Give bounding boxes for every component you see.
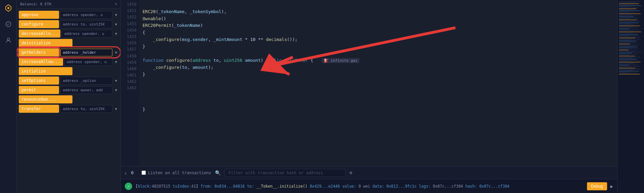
code-editor[interactable]: ERC20(_tokenName, _tokenSymbol), Ownable… — [139, 0, 617, 166]
function-row-getholders: getHolders address _holder ▼ — [19, 48, 118, 56]
settings-icon[interactable]: ⚙ — [350, 170, 352, 175]
function-row-approve: approve address spender, u ▼ — [19, 11, 118, 19]
dropdown-arrow-approve[interactable]: ▼ — [114, 12, 118, 18]
dropdown-arrow-permit[interactable]: ▼ — [114, 87, 118, 93]
code-container[interactable]: 1450 1451 1452 1453 1454 1455 1456 1457 … — [121, 0, 617, 166]
function-btn-setoptions[interactable]: setOptions — [19, 77, 59, 85]
function-btn-getholders[interactable]: getHolders — [19, 48, 59, 56]
function-param-configure: address to, uint25€ — [60, 20, 112, 28]
logo-icon[interactable] — [3, 3, 14, 13]
function-row-renounce: renounceOwn... — [19, 95, 118, 103]
function-btn-configure[interactable]: configure — [19, 20, 59, 28]
dropdown-arrow-increase[interactable]: ▼ — [114, 59, 118, 65]
function-row-increase: increaseAllow... address spender, u ▼ — [19, 58, 118, 66]
minimap — [617, 0, 644, 193]
tx-to: __Token__.initialize() — [256, 184, 307, 189]
tx-wei: 0 — [359, 184, 361, 189]
function-param-decrease: address spender, u — [62, 30, 112, 38]
editor-area: 1450 1451 1452 1453 1454 1455 1456 1457 … — [121, 0, 617, 193]
function-row-deinitialize: deinitialize — [19, 39, 118, 47]
function-btn-initialize[interactable]: initialize — [19, 67, 72, 75]
tx-index: 41 — [191, 184, 196, 189]
dropdown-arrow-transfer[interactable]: ▼ — [114, 106, 118, 112]
function-row-permit: permit address owner, add ▼ — [19, 86, 118, 94]
transaction-count: 0 — [131, 170, 138, 175]
tx-success-icon: ✓ — [125, 183, 132, 190]
bottom-toolbar: ⇓ 0 Listen on all transactions 🔍 ⚙ — [121, 166, 617, 179]
interact-icon[interactable] — [3, 35, 14, 46]
listen-checkbox[interactable] — [142, 171, 146, 175]
functions-list: approve address spender, u ▼ configure a… — [17, 9, 120, 193]
svg-point-3 — [7, 38, 9, 40]
function-row-setoptions: setOptions address _option ▼ — [19, 77, 118, 85]
function-btn-transfer[interactable]: transfer — [19, 105, 59, 113]
function-row-configure: configure address to, uint25€ ▼ — [19, 20, 118, 28]
line-numbers: 1450 1451 1452 1453 1454 1455 1456 1457 … — [121, 0, 139, 166]
tx-data: 0x812...9fc1c — [386, 184, 417, 189]
collapse-button[interactable]: ⇓ — [124, 170, 127, 176]
function-param-increase: address spender, u — [64, 58, 112, 66]
functions-panel: Balance: 0 ETH ✎ approve address spender… — [17, 0, 121, 193]
function-btn-renounce[interactable]: renounceOwn... — [19, 95, 72, 103]
function-param-permit: address owner, add — [60, 86, 112, 94]
listen-label: Listen on all transactions — [148, 171, 211, 175]
function-btn-approve[interactable]: approve — [19, 11, 59, 19]
listen-checkbox-group: Listen on all transactions — [142, 171, 211, 175]
function-param-getholders[interactable]: address _holder — [60, 49, 112, 56]
tx-log-text: [block:40207515 txIndex:41] from: 0x834.… — [136, 184, 584, 189]
expand-icon[interactable]: ▶ — [610, 184, 613, 189]
tx-log-bar: ✓ [block:40207515 txIndex:41] from: 0x83… — [121, 179, 617, 193]
search-icon[interactable]: 🔍 — [215, 170, 221, 176]
function-param-setoptions: address _option — [60, 77, 112, 85]
debug-button[interactable]: Debug — [587, 182, 607, 190]
function-row-decrease: decreaseAllo... address spender, u ▼ — [19, 30, 118, 38]
tx-from: 0x834...64816 — [215, 184, 245, 189]
tx-logs: 0x07c...cf304 — [433, 184, 463, 189]
svg-point-1 — [7, 7, 9, 9]
tx-block: 40207515 — [152, 184, 170, 189]
dropdown-arrow-setoptions[interactable]: ▼ — [114, 78, 118, 84]
sidebar-panel — [0, 0, 17, 193]
dropdown-arrow-getholders[interactable]: ▼ — [114, 49, 118, 56]
function-btn-increase[interactable]: increaseAllow... — [19, 58, 63, 66]
balance-label: Balance: 0 ETH — [20, 2, 51, 6]
function-param-approve: address spender, u — [60, 11, 112, 19]
function-btn-decrease[interactable]: decreaseAllo... — [19, 30, 60, 38]
filter-input[interactable] — [225, 169, 345, 177]
function-btn-permit[interactable]: permit — [19, 86, 59, 94]
function-row-initialize: initialize — [19, 67, 118, 75]
deploy-icon[interactable] — [3, 19, 14, 30]
dropdown-arrow-decrease[interactable]: ▼ — [114, 31, 118, 37]
tx-value-addr: 0x429...e2446 — [310, 184, 340, 189]
function-btn-deinitialize[interactable]: deinitialize — [19, 39, 72, 47]
functions-header: Balance: 0 ETH ✎ — [17, 0, 120, 9]
dropdown-arrow-configure[interactable]: ▼ — [114, 21, 118, 28]
function-param-transfer: address to, uint25€ — [60, 105, 112, 113]
minimap-content — [618, 0, 644, 76]
edit-icon[interactable]: ✎ — [115, 2, 117, 6]
gas-badge: ⛽ infinite gas — [322, 58, 359, 63]
function-row-transfer: transfer address to, uint25€ ▼ — [19, 105, 118, 113]
